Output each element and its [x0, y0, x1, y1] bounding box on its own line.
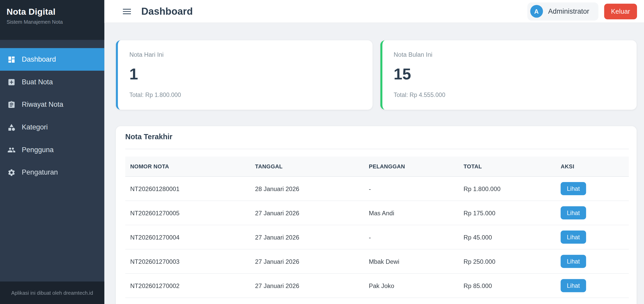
- cell-total: Rp 1.800.000: [459, 177, 556, 201]
- cell-nomor: NT202601270005: [125, 201, 250, 225]
- avatar: A: [530, 5, 543, 18]
- gear-icon: [7, 168, 16, 177]
- cell-nomor: NT202601270004: [125, 225, 250, 249]
- stats-row: Nota Hari Ini 1 Total: Rp 1.800.000 Nota…: [116, 40, 637, 110]
- stat-label: Nota Bulan Ini: [394, 51, 625, 58]
- menu-toggle-button[interactable]: [122, 6, 132, 17]
- col-nomor-nota: NOMOR NOTA: [125, 157, 250, 176]
- sidebar-item-pengguna[interactable]: Pengguna: [0, 138, 104, 161]
- stat-total: Total: Rp 1.800.000: [129, 92, 361, 98]
- main-area: Dashboard A Administrator Keluar Nota Ha…: [104, 0, 644, 304]
- divider: [125, 149, 629, 149]
- app-tagline: Sistem Manajemen Nota: [7, 19, 96, 25]
- cell-tanggal: 27 Januari 2026: [250, 201, 364, 225]
- sidebar-item-label: Buat Nota: [22, 78, 53, 86]
- dashboard-icon: [7, 55, 16, 63]
- sidebar-footer: Aplikasi ini dibuat oleh dreamtech.id: [0, 282, 104, 304]
- cell-nomor: NT202601270002: [125, 274, 250, 298]
- stat-total: Total: Rp 4.555.000: [394, 92, 625, 98]
- sidebar-item-pengaturan[interactable]: Pengaturan: [0, 161, 104, 184]
- table-header-row: NOMOR NOTA TANGGAL PELANGGAN TOTAL AKSI: [125, 157, 629, 176]
- cell-tanggal: 27 Januari 2026: [250, 225, 364, 249]
- stat-card-month: Nota Bulan Ini 15 Total: Rp 4.555.000: [380, 40, 637, 110]
- user-menu[interactable]: A Administrator: [527, 2, 598, 20]
- stat-label: Nota Hari Ini: [129, 51, 361, 58]
- add-box-icon: [7, 78, 16, 86]
- col-aksi: AKSI: [556, 157, 629, 176]
- cell-tanggal: 27 Januari 2026: [250, 249, 364, 274]
- sidebar: Nota Digital Sistem Manajemen Nota Dashb…: [0, 0, 104, 304]
- topbar: Dashboard A Administrator Keluar: [104, 0, 644, 23]
- table-row: NT202601270004 27 Januari 2026 - Rp 45.0…: [125, 225, 629, 249]
- section-title: Nota Terakhir: [125, 133, 629, 141]
- view-note-button[interactable]: Lihat: [561, 206, 586, 219]
- sidebar-header: Nota Digital Sistem Manajemen Nota: [0, 0, 104, 40]
- table-row: NT202601270005 27 Januari 2026 Mas Andi …: [125, 201, 629, 225]
- sidebar-item-dashboard[interactable]: Dashboard: [0, 48, 104, 71]
- sidebar-item-riwayat-nota[interactable]: Riwayat Nota: [0, 93, 104, 116]
- user-name: Administrator: [548, 7, 589, 15]
- view-all-wrap: [125, 298, 629, 304]
- stat-value: 1: [129, 66, 361, 82]
- cell-tanggal: 27 Januari 2026: [250, 274, 364, 298]
- cell-pelanggan: Pak Joko: [364, 274, 458, 298]
- sidebar-item-kategori[interactable]: Kategori: [0, 116, 104, 138]
- recent-notes-card: Nota Terakhir NOMOR NOTA TANGGAL PELANGG…: [116, 126, 637, 304]
- view-note-button[interactable]: Lihat: [561, 279, 586, 292]
- sidebar-item-label: Riwayat Nota: [22, 101, 63, 109]
- cell-total: Rp 250.000: [459, 249, 556, 274]
- view-note-button[interactable]: Lihat: [561, 231, 586, 244]
- sidebar-item-label: Dashboard: [22, 55, 56, 63]
- cell-pelanggan: -: [364, 177, 458, 201]
- col-pelanggan: PELANGGAN: [364, 157, 458, 176]
- stat-card-today: Nota Hari Ini 1 Total: Rp 1.800.000: [116, 40, 372, 110]
- cell-pelanggan: Mbak Dewi: [364, 249, 458, 274]
- col-total: TOTAL: [459, 157, 556, 176]
- clipboard-icon: [7, 101, 16, 109]
- app-root: Nota Digital Sistem Manajemen Nota Dashb…: [0, 0, 644, 304]
- app-title: Nota Digital: [7, 7, 96, 17]
- cell-pelanggan: Mas Andi: [364, 201, 458, 225]
- col-tanggal: TANGGAL: [250, 157, 364, 176]
- sidebar-item-buat-nota[interactable]: Buat Nota: [0, 71, 104, 93]
- view-note-button[interactable]: Lihat: [561, 255, 586, 268]
- users-icon: [7, 146, 16, 154]
- sidebar-item-label: Kategori: [22, 123, 48, 131]
- cell-total: Rp 85.000: [459, 274, 556, 298]
- view-note-button[interactable]: Lihat: [561, 182, 586, 195]
- category-icon: [7, 123, 16, 131]
- stat-value: 15: [394, 66, 625, 82]
- recent-notes-table: NOMOR NOTA TANGGAL PELANGGAN TOTAL AKSI …: [125, 157, 629, 298]
- page-title: Dashboard: [141, 6, 193, 17]
- sidebar-item-label: Pengaturan: [22, 168, 58, 177]
- hamburger-icon: [122, 6, 132, 17]
- logout-button[interactable]: Keluar: [604, 4, 637, 19]
- content: Nota Hari Ini 1 Total: Rp 1.800.000 Nota…: [104, 23, 644, 304]
- table-row: NT202601280001 28 Januari 2026 - Rp 1.80…: [125, 177, 629, 201]
- cell-total: Rp 45.000: [459, 225, 556, 249]
- sidebar-item-label: Pengguna: [22, 146, 54, 154]
- table-row: NT202601270002 27 Januari 2026 Pak Joko …: [125, 274, 629, 298]
- topbar-right: A Administrator Keluar: [527, 2, 637, 20]
- viewport: Nota Digital Sistem Manajemen Nota Dashb…: [0, 0, 644, 304]
- sidebar-menu: Dashboard Buat Nota Riwayat Nota: [0, 40, 104, 282]
- cell-nomor: NT202601270003: [125, 249, 250, 274]
- cell-tanggal: 28 Januari 2026: [250, 177, 364, 201]
- cell-total: Rp 175.000: [459, 201, 556, 225]
- footer-note: Aplikasi ini dibuat oleh dreamtech.id: [11, 290, 93, 295]
- table-row: NT202601270003 27 Januari 2026 Mbak Dewi…: [125, 249, 629, 274]
- cell-nomor: NT202601280001: [125, 177, 250, 201]
- cell-pelanggan: -: [364, 225, 458, 249]
